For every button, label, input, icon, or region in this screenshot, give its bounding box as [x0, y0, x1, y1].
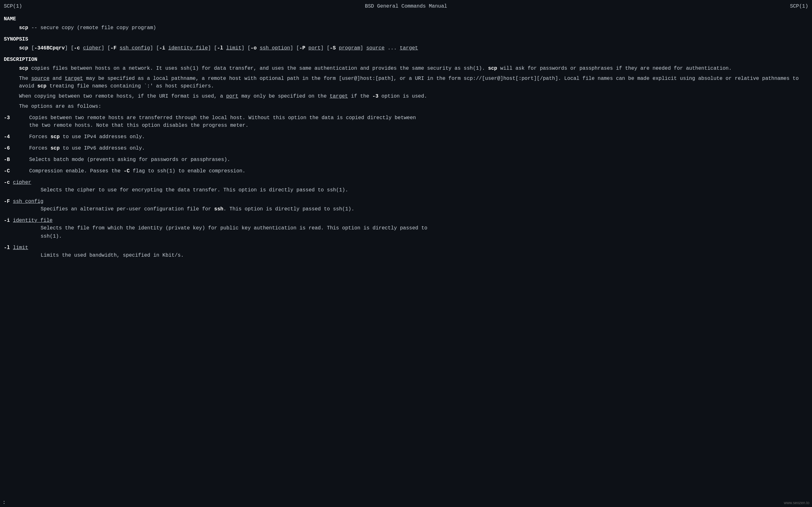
option-F-flag: -F — [4, 199, 10, 205]
desc-scp-3: scp — [38, 83, 47, 89]
option-c-desc: Selects the cipher to use for encrypting… — [4, 186, 808, 194]
option-4: -4 Forces scp to use IPv4 addresses only… — [4, 133, 808, 141]
option-c-arg: cipher — [13, 180, 32, 185]
header-right: SCP(1) — [790, 3, 808, 10]
option-6: -6 Forces scp to use IPv6 addresses only… — [4, 145, 808, 152]
status-bar: : — [0, 498, 8, 507]
desc-scp-1: scp — [19, 66, 28, 71]
option-3-flag: -3 — [4, 114, 29, 129]
synopsis-scp: scp — [19, 45, 28, 51]
desc-port-link: port — [226, 94, 238, 99]
name-description: -- secure copy (remote file copy program… — [28, 25, 156, 31]
option-i-arg: identity_file — [13, 218, 53, 223]
option-i-header: -i identity_file — [4, 217, 808, 224]
option-i-block: -i identity_file Selects the file from w… — [4, 217, 808, 240]
desc-source-link: source — [31, 76, 49, 81]
option-c-header: -c cipher — [4, 179, 808, 186]
synopsis-flags: [-346BCpqrv] [-c cipher] [-F ssh_config]… — [31, 45, 418, 51]
option-c-flag: -c — [4, 180, 10, 185]
section-name-content: scp -- secure copy (remote file copy pro… — [4, 24, 808, 32]
name-scp-bold: scp — [19, 25, 28, 31]
option-B-desc: Selects batch mode (prevents asking for … — [29, 156, 808, 164]
option-3-desc: Copies between two remote hosts are tran… — [29, 114, 808, 129]
man-header: SCP(1) BSD General Commands Manual SCP(1… — [4, 3, 808, 10]
desc-3-flag: -3 — [372, 94, 378, 99]
man-page: SCP(1) BSD General Commands Manual SCP(1… — [4, 3, 808, 259]
header-left: SCP(1) — [4, 3, 22, 10]
option-F-block: -F ssh_config Specifies an alternative p… — [4, 198, 808, 213]
option-6-desc: Forces scp to use IPv6 addresses only. — [29, 145, 808, 152]
option-i-flag: -i — [4, 218, 10, 223]
option-F-arg: ssh_config — [13, 199, 44, 205]
option-B: -B Selects batch mode (prevents asking f… — [4, 156, 808, 164]
section-name-title: NAME — [4, 15, 808, 23]
option-C-desc: Compression enable. Passes the -C flag t… — [29, 167, 808, 175]
option-4-flag: -4 — [4, 133, 29, 141]
section-name: NAME scp -- secure copy (remote file cop… — [4, 15, 808, 32]
option-3: -3 Copies between two remote hosts are t… — [4, 114, 808, 129]
option-F-desc: Specifies an alternative per-user config… — [4, 205, 808, 213]
section-description: DESCRIPTION scp copies files between hos… — [4, 56, 808, 110]
desc-target-link2: target — [329, 94, 348, 99]
option-l-block: -l limit Limits the used bandwidth, spec… — [4, 244, 808, 259]
section-synopsis: SYNOPSIS scp [-346BCpqrv] [-c cipher] [-… — [4, 36, 808, 52]
option-C: -C Compression enable. Passes the -C fla… — [4, 167, 808, 175]
option-4-desc: Forces scp to use IPv4 addresses only. — [29, 133, 808, 141]
option-i-desc-1: Selects the file from which the identity… — [4, 224, 808, 232]
desc-para-4: The options are as follows: — [4, 103, 808, 110]
desc-para-3: When copying between two remote hosts, i… — [4, 93, 808, 100]
option-i-desc-2: ssh(1). — [4, 233, 808, 240]
options-list: -3 Copies between two remote hosts are t… — [4, 114, 808, 259]
option-6-flag: -6 — [4, 145, 29, 152]
watermark: www.seozen.to — [784, 500, 809, 506]
section-description-title: DESCRIPTION — [4, 56, 808, 63]
option-l-header: -l limit — [4, 244, 808, 251]
option-l-arg: limit — [13, 245, 28, 250]
desc-scp-2: scp — [488, 66, 497, 71]
option-l-desc: Limits the used bandwidth, specified in … — [4, 251, 808, 259]
option-F-header: -F ssh_config — [4, 198, 808, 205]
status-text: : — [3, 500, 6, 505]
desc-target-link: target — [65, 76, 83, 81]
header-center: BSD General Commands Manual — [365, 3, 447, 10]
option-c-block: -c cipher Selects the cipher to use for … — [4, 179, 808, 194]
section-synopsis-title: SYNOPSIS — [4, 36, 808, 43]
option-l-flag: -l — [4, 245, 10, 250]
option-C-flag: -C — [4, 167, 29, 175]
option-B-flag: -B — [4, 156, 29, 164]
desc-para-1: scp copies files between hosts on a netw… — [4, 65, 808, 72]
desc-para-2: The source and target may be specified a… — [4, 75, 808, 90]
synopsis-content: scp [-346BCpqrv] [-c cipher] [-F ssh_con… — [4, 44, 808, 52]
